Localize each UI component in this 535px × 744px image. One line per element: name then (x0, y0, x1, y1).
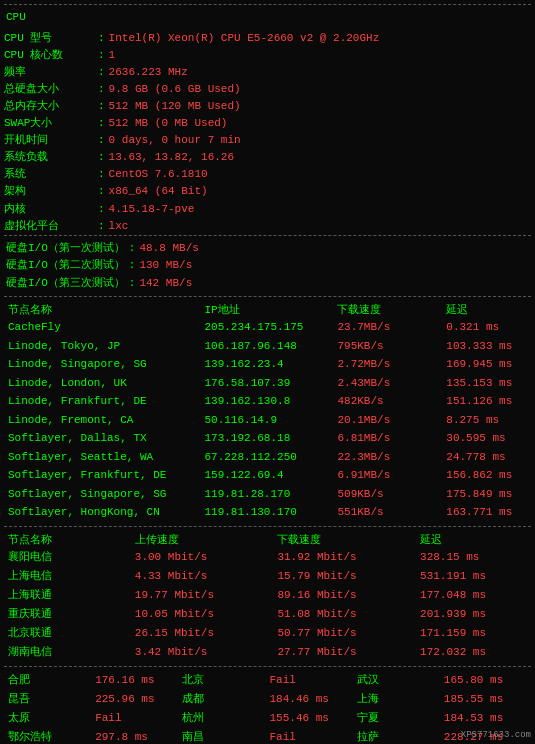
net-ip: 106.187.96.148 (202, 337, 335, 356)
net-dl: 2.43MB/s (335, 374, 444, 393)
cn-lat: 172.032 ms (418, 643, 529, 662)
ping-city: 昆吾 (6, 690, 93, 709)
ping-city: 北京 (180, 671, 267, 690)
cpu-row-value: 2636.223 MHz (109, 64, 188, 81)
cn-up: 3.42 Mbit/s (133, 643, 276, 662)
disk-info-row: 硬盘I/O（第二次测试）:130 MB/s (6, 257, 529, 275)
cn-up: 10.05 Mbit/s (133, 605, 276, 624)
cpu-row-sep: : (98, 115, 105, 132)
ping-value: 185.55 ms (442, 690, 529, 709)
cpu-row-value: 512 MB (0 MB Used) (109, 115, 228, 132)
net-ip: 173.192.68.18 (202, 429, 335, 448)
disk-section: 硬盘I/O（第一次测试）:48.8 MB/s硬盘I/O（第二次测试）:130 M… (4, 235, 531, 297)
cpu-row-label: 总内存大小 (4, 98, 94, 115)
net-col-header: 节点名称 (6, 301, 202, 318)
net-lat: 8.275 ms (444, 411, 529, 430)
net-lat: 24.778 ms (444, 448, 529, 467)
disk-row-sep: : (129, 277, 136, 289)
net-lat: 163.771 ms (444, 503, 529, 522)
cn-lat: 177.048 ms (418, 586, 529, 605)
net-table-row: Softlayer, Singapore, SG 119.81.28.170 5… (6, 485, 529, 504)
net-table-row: Linode, Tokyo, JP 106.187.96.148 795KB/s… (6, 337, 529, 356)
cpu-row-sep: : (98, 201, 105, 218)
cpu-info-row: 虚拟化平台:lxc (4, 218, 531, 235)
cn-table-header: 节点名称上传速度下载速度延迟 (6, 531, 529, 548)
cpu-row-label: 总硬盘大小 (4, 81, 94, 98)
cn-table: 节点名称上传速度下载速度延迟 襄阳电信 3.00 Mbit/s 31.92 Mb… (6, 531, 529, 662)
disk-row-label: 硬盘I/O（第一次测试） (6, 242, 125, 254)
cpu-row-label: 系统负载 (4, 149, 94, 166)
cpu-row-sep: : (98, 183, 105, 200)
ping-city: 拉萨 (355, 728, 442, 744)
cpu-row-label: CPU 核心数 (4, 47, 94, 64)
cn-table-body: 襄阳电信 3.00 Mbit/s 31.92 Mbit/s 328.15 ms … (6, 548, 529, 662)
cpu-row-label: SWAP大小 (4, 115, 94, 132)
cn-dl: 89.16 Mbit/s (275, 586, 418, 605)
cn-dl: 27.77 Mbit/s (275, 643, 418, 662)
disk-info-row: 硬盘I/O（第一次测试）:48.8 MB/s (6, 240, 529, 258)
cn-col-header: 上传速度 (133, 531, 276, 548)
ping-city: 成都 (180, 690, 267, 709)
net-node: Linode, Tokyo, JP (6, 337, 202, 356)
net-table-row: Linode, London, UK 176.58.107.39 2.43MB/… (6, 374, 529, 393)
ping-value: Fail (267, 728, 354, 744)
net-table: 节点名称IP地址下载速度延迟 CacheFly 205.234.175.175 … (6, 301, 529, 522)
cpu-section: CPU (4, 4, 531, 30)
net-lat: 169.945 ms (444, 355, 529, 374)
cn-dl: 51.08 Mbit/s (275, 605, 418, 624)
net-table-row: Softlayer, Dallas, TX 173.192.68.18 6.81… (6, 429, 529, 448)
disk-info-row: 硬盘I/O（第三次测试）:142 MB/s (6, 275, 529, 293)
cpu-row-value: 9.8 GB (0.6 GB Used) (109, 81, 241, 98)
disk-row-value: 130 MB/s (139, 259, 192, 271)
net-ip: 119.81.28.170 (202, 485, 335, 504)
net-node: Softlayer, HongKong, CN (6, 503, 202, 522)
net-node: Softlayer, Singapore, SG (6, 485, 202, 504)
net-col-header: 延迟 (444, 301, 529, 318)
cpu-info-row: 总硬盘大小:9.8 GB (0.6 GB Used) (4, 81, 531, 98)
cn-dl: 15.79 Mbit/s (275, 567, 418, 586)
net-node: Softlayer, Frankfurt, DE (6, 466, 202, 485)
cn-node: 上海电信 (6, 567, 133, 586)
cn-up: 3.00 Mbit/s (133, 548, 276, 567)
ping-section: 合肥176.16 ms北京Fail武汉165.80 ms昆吾225.96 ms成… (4, 666, 531, 744)
ping-city: 南昌 (180, 728, 267, 744)
net-dl: 6.81MB/s (335, 429, 444, 448)
net-node: CacheFly (6, 318, 202, 337)
cpu-info-row: 开机时间:0 days, 0 hour 7 min (4, 132, 531, 149)
cpu-row-sep: : (98, 149, 105, 166)
net-table-row: Linode, Singapore, SG 139.162.23.4 2.72M… (6, 355, 529, 374)
cpu-info-row: 总内存大小:512 MB (120 MB Used) (4, 98, 531, 115)
ping-city: 宁夏 (355, 709, 442, 728)
cn-table-row: 湖南电信 3.42 Mbit/s 27.77 Mbit/s 172.032 ms (6, 643, 529, 662)
ping-value: 155.46 ms (267, 709, 354, 728)
net-lat: 30.595 ms (444, 429, 529, 448)
net-table-row: Softlayer, Seattle, WA 67.228.112.250 22… (6, 448, 529, 467)
ping-value: 184.46 ms (267, 690, 354, 709)
ping-value: 297.8 ms (93, 728, 180, 744)
cn-lat: 531.191 ms (418, 567, 529, 586)
net-lat: 0.321 ms (444, 318, 529, 337)
net-table-row: Linode, Fremont, CA 50.116.14.9 20.1MB/s… (6, 411, 529, 430)
cn-lat: 171.159 ms (418, 624, 529, 643)
cn-node: 襄阳电信 (6, 548, 133, 567)
cn-node: 北京联通 (6, 624, 133, 643)
net-ip: 139.162.23.4 (202, 355, 335, 374)
cpu-row-sep: : (98, 132, 105, 149)
net-node: Softlayer, Dallas, TX (6, 429, 202, 448)
cpu-row-label: 虚拟化平台 (4, 218, 94, 235)
cpu-info-row: SWAP大小:512 MB (0 MB Used) (4, 115, 531, 132)
disk-row-label: 硬盘I/O（第二次测试） (6, 259, 125, 271)
net-ip: 159.122.69.4 (202, 466, 335, 485)
cn-up: 4.33 Mbit/s (133, 567, 276, 586)
cn-col-header: 下载速度 (275, 531, 418, 548)
cpu-row-sep: : (98, 98, 105, 115)
disk-row-sep: : (129, 259, 136, 271)
cn-node: 重庆联通 (6, 605, 133, 624)
cn-table-row: 襄阳电信 3.00 Mbit/s 31.92 Mbit/s 328.15 ms (6, 548, 529, 567)
ping-city: 上海 (355, 690, 442, 709)
cpu-row-value: 4.15.18-7-pve (109, 201, 195, 218)
net-dl: 795KB/s (335, 337, 444, 356)
cpu-info-row: CPU 型号:Intel(R) Xeon(R) CPU E5-2660 v2 @… (4, 30, 531, 47)
disk-row-value: 142 MB/s (139, 277, 192, 289)
cpu-row-value: x86_64 (64 Bit) (109, 183, 208, 200)
